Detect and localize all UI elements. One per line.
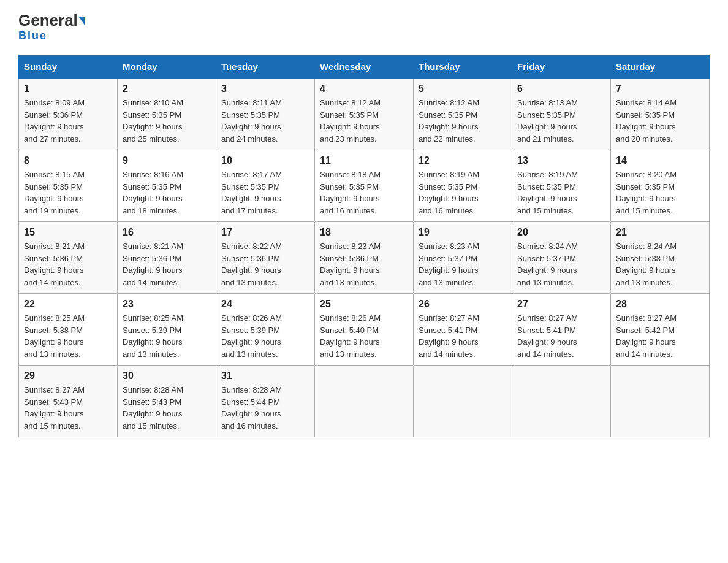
calendar-cell: 6 Sunrise: 8:13 AM Sunset: 5:35 PM Dayli… <box>512 79 611 150</box>
calendar-cell: 18 Sunrise: 8:23 AM Sunset: 5:36 PM Dayl… <box>315 222 414 294</box>
calendar-cell: 5 Sunrise: 8:12 AM Sunset: 5:35 PM Dayli… <box>414 79 512 150</box>
day-info: Sunrise: 8:25 AM Sunset: 5:38 PM Dayligh… <box>24 312 112 360</box>
page-header: General Blue <box>18 12 710 42</box>
logo-blue-line: Blue <box>18 29 47 42</box>
day-info: Sunrise: 8:18 AM Sunset: 5:35 PM Dayligh… <box>320 169 408 216</box>
day-number: 26 <box>419 299 507 310</box>
calendar-cell: 10 Sunrise: 8:17 AM Sunset: 5:35 PM Dayl… <box>216 150 315 222</box>
day-number: 12 <box>419 155 507 166</box>
day-number: 17 <box>221 227 309 238</box>
calendar-cell: 24 Sunrise: 8:26 AM Sunset: 5:39 PM Dayl… <box>216 294 315 366</box>
day-number: 13 <box>517 155 605 166</box>
calendar-cell: 4 Sunrise: 8:12 AM Sunset: 5:35 PM Dayli… <box>315 79 414 150</box>
day-number: 15 <box>24 227 112 238</box>
calendar-cell: 11 Sunrise: 8:18 AM Sunset: 5:35 PM Dayl… <box>315 150 414 222</box>
day-number: 9 <box>123 155 211 166</box>
day-info: Sunrise: 8:20 AM Sunset: 5:35 PM Dayligh… <box>616 169 704 216</box>
day-number: 19 <box>419 227 507 238</box>
day-info: Sunrise: 8:22 AM Sunset: 5:36 PM Dayligh… <box>221 240 309 288</box>
day-header-wednesday: Wednesday <box>315 55 414 79</box>
day-header-saturday: Saturday <box>611 55 710 79</box>
day-info: Sunrise: 8:27 AM Sunset: 5:41 PM Dayligh… <box>419 312 507 360</box>
week-row: 1 Sunrise: 8:09 AM Sunset: 5:36 PM Dayli… <box>19 79 710 150</box>
calendar-cell <box>512 366 611 437</box>
calendar-cell: 9 Sunrise: 8:16 AM Sunset: 5:35 PM Dayli… <box>118 150 216 222</box>
day-number: 30 <box>123 370 211 381</box>
day-number: 29 <box>24 370 112 381</box>
day-info: Sunrise: 8:16 AM Sunset: 5:35 PM Dayligh… <box>123 169 211 216</box>
calendar-cell: 1 Sunrise: 8:09 AM Sunset: 5:36 PM Dayli… <box>19 79 118 150</box>
day-header-tuesday: Tuesday <box>216 55 315 79</box>
day-info: Sunrise: 8:24 AM Sunset: 5:38 PM Dayligh… <box>616 240 704 288</box>
calendar-cell: 2 Sunrise: 8:10 AM Sunset: 5:35 PM Dayli… <box>118 79 216 150</box>
day-number: 24 <box>221 299 309 310</box>
logo-general-line: General <box>18 12 85 28</box>
day-number: 28 <box>616 299 704 310</box>
day-number: 18 <box>320 227 408 238</box>
day-number: 4 <box>320 83 408 94</box>
day-number: 31 <box>221 370 309 381</box>
day-number: 20 <box>517 227 605 238</box>
calendar-cell <box>315 366 414 437</box>
day-number: 23 <box>123 299 211 310</box>
day-info: Sunrise: 8:28 AM Sunset: 5:43 PM Dayligh… <box>123 384 211 432</box>
calendar-cell: 30 Sunrise: 8:28 AM Sunset: 5:43 PM Dayl… <box>118 366 216 437</box>
day-info: Sunrise: 8:21 AM Sunset: 5:36 PM Dayligh… <box>24 240 112 288</box>
calendar-cell: 15 Sunrise: 8:21 AM Sunset: 5:36 PM Dayl… <box>19 222 118 294</box>
day-header-thursday: Thursday <box>414 55 512 79</box>
day-info: Sunrise: 8:26 AM Sunset: 5:40 PM Dayligh… <box>320 312 408 360</box>
day-number: 6 <box>517 83 605 94</box>
day-number: 3 <box>221 83 309 94</box>
calendar-cell: 25 Sunrise: 8:26 AM Sunset: 5:40 PM Dayl… <box>315 294 414 366</box>
header-row: SundayMondayTuesdayWednesdayThursdayFrid… <box>19 55 710 79</box>
day-number: 5 <box>419 83 507 94</box>
week-row: 29 Sunrise: 8:27 AM Sunset: 5:43 PM Dayl… <box>19 366 710 437</box>
calendar-cell: 29 Sunrise: 8:27 AM Sunset: 5:43 PM Dayl… <box>19 366 118 437</box>
day-info: Sunrise: 8:14 AM Sunset: 5:35 PM Dayligh… <box>616 97 704 145</box>
day-info: Sunrise: 8:26 AM Sunset: 5:39 PM Dayligh… <box>221 312 309 360</box>
calendar-cell: 13 Sunrise: 8:19 AM Sunset: 5:35 PM Dayl… <box>512 150 611 222</box>
day-info: Sunrise: 8:24 AM Sunset: 5:37 PM Dayligh… <box>517 240 605 288</box>
day-info: Sunrise: 8:10 AM Sunset: 5:35 PM Dayligh… <box>123 97 211 145</box>
day-info: Sunrise: 8:19 AM Sunset: 5:35 PM Dayligh… <box>517 169 605 216</box>
calendar-cell: 28 Sunrise: 8:27 AM Sunset: 5:42 PM Dayl… <box>611 294 710 366</box>
day-info: Sunrise: 8:11 AM Sunset: 5:35 PM Dayligh… <box>221 97 309 145</box>
calendar-cell <box>611 366 710 437</box>
day-number: 10 <box>221 155 309 166</box>
day-number: 11 <box>320 155 408 166</box>
calendar-cell: 27 Sunrise: 8:27 AM Sunset: 5:41 PM Dayl… <box>512 294 611 366</box>
week-row: 22 Sunrise: 8:25 AM Sunset: 5:38 PM Dayl… <box>19 294 710 366</box>
logo: General Blue <box>18 12 85 42</box>
calendar-cell: 22 Sunrise: 8:25 AM Sunset: 5:38 PM Dayl… <box>19 294 118 366</box>
calendar-cell: 19 Sunrise: 8:23 AM Sunset: 5:37 PM Dayl… <box>414 222 512 294</box>
day-header-sunday: Sunday <box>19 55 118 79</box>
day-info: Sunrise: 8:12 AM Sunset: 5:35 PM Dayligh… <box>419 97 507 145</box>
calendar-cell: 26 Sunrise: 8:27 AM Sunset: 5:41 PM Dayl… <box>414 294 512 366</box>
day-number: 14 <box>616 155 704 166</box>
calendar-cell: 12 Sunrise: 8:19 AM Sunset: 5:35 PM Dayl… <box>414 150 512 222</box>
calendar-cell: 20 Sunrise: 8:24 AM Sunset: 5:37 PM Dayl… <box>512 222 611 294</box>
calendar-cell <box>414 366 512 437</box>
day-number: 7 <box>616 83 704 94</box>
day-number: 25 <box>320 299 408 310</box>
week-row: 8 Sunrise: 8:15 AM Sunset: 5:35 PM Dayli… <box>19 150 710 222</box>
day-header-monday: Monday <box>118 55 216 79</box>
day-number: 22 <box>24 299 112 310</box>
day-info: Sunrise: 8:09 AM Sunset: 5:36 PM Dayligh… <box>24 97 112 145</box>
day-info: Sunrise: 8:17 AM Sunset: 5:35 PM Dayligh… <box>221 169 309 216</box>
day-header-friday: Friday <box>512 55 611 79</box>
day-info: Sunrise: 8:12 AM Sunset: 5:35 PM Dayligh… <box>320 97 408 145</box>
day-info: Sunrise: 8:19 AM Sunset: 5:35 PM Dayligh… <box>419 169 507 216</box>
day-number: 1 <box>24 83 112 94</box>
day-info: Sunrise: 8:27 AM Sunset: 5:43 PM Dayligh… <box>24 384 112 432</box>
day-info: Sunrise: 8:27 AM Sunset: 5:41 PM Dayligh… <box>517 312 605 360</box>
calendar-cell: 7 Sunrise: 8:14 AM Sunset: 5:35 PM Dayli… <box>611 79 710 150</box>
calendar-cell: 21 Sunrise: 8:24 AM Sunset: 5:38 PM Dayl… <box>611 222 710 294</box>
day-info: Sunrise: 8:25 AM Sunset: 5:39 PM Dayligh… <box>123 312 211 360</box>
day-info: Sunrise: 8:23 AM Sunset: 5:37 PM Dayligh… <box>419 240 507 288</box>
calendar-cell: 14 Sunrise: 8:20 AM Sunset: 5:35 PM Dayl… <box>611 150 710 222</box>
day-number: 8 <box>24 155 112 166</box>
calendar-cell: 23 Sunrise: 8:25 AM Sunset: 5:39 PM Dayl… <box>118 294 216 366</box>
calendar-cell: 8 Sunrise: 8:15 AM Sunset: 5:35 PM Dayli… <box>19 150 118 222</box>
calendar-table: SundayMondayTuesdayWednesdayThursdayFrid… <box>18 55 710 437</box>
